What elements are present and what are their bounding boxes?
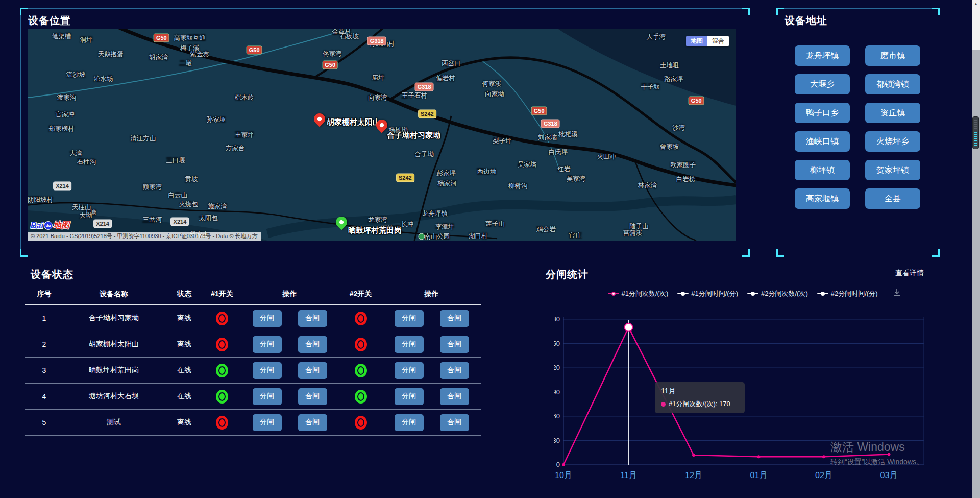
col-header-switch2: #2开关 <box>339 290 382 299</box>
map-place-label: 白云山 <box>168 191 188 199</box>
open-switch-button[interactable]: 分闸 <box>395 336 424 353</box>
hybrid-mode-button[interactable]: 混合 <box>707 36 729 46</box>
row-index: 4 <box>25 392 63 400</box>
table-row: 3晒鼓坪村荒田岗在线分闸合闸分闸合闸 <box>25 358 481 384</box>
close-switch-button[interactable]: 合闸 <box>440 310 469 327</box>
map-place-label: 湖口村 <box>469 231 488 240</box>
col-header-no: 序号 <box>25 290 63 299</box>
close-switch-button[interactable]: 合闸 <box>298 310 327 327</box>
baidu-map[interactable]: 笔架槽洞坪天鹅抱蛋胡家湾高家堰互通梅子溪紫金寨二墩流沙坡沁水场渡家沟官家冲郑家榜… <box>28 29 736 241</box>
open-switch-button[interactable]: 分闸 <box>253 310 282 327</box>
map-place-label: 火田冲 <box>597 152 616 161</box>
open-switch-button[interactable]: 分闸 <box>253 336 282 353</box>
legend-item[interactable]: #2分闸时间/(分) <box>817 289 878 298</box>
address-button[interactable]: 资丘镇 <box>865 103 920 123</box>
open-switch-button[interactable]: 分闸 <box>395 388 424 405</box>
close-switch-button[interactable]: 合闸 <box>440 336 469 353</box>
map-marker-label: 合子坳村习家坳 <box>387 131 440 140</box>
map-place-label: 流沙坡 <box>66 70 86 79</box>
map-place-label: 洞坪 <box>80 35 93 44</box>
legend-label: #1分闸时间/(分) <box>691 289 738 298</box>
address-button[interactable]: 全县 <box>865 188 920 209</box>
switch2-led <box>355 364 367 377</box>
address-button[interactable]: 磨市镇 <box>865 45 920 66</box>
open-switch-button[interactable]: 分闸 <box>253 388 282 405</box>
address-button[interactable]: 火烧坪乡 <box>865 131 920 152</box>
switch2-cell <box>339 338 382 351</box>
legend-marker-icon <box>608 293 619 294</box>
op2-cell: 分闸合闸 <box>382 362 481 379</box>
close-switch-button[interactable]: 合闸 <box>298 362 327 379</box>
switch1-led <box>216 312 228 325</box>
road-shield: X214 <box>53 181 71 190</box>
page-scrollbar[interactable] <box>972 0 980 498</box>
table-row: 4塘坊河村大石坝在线分闸合闸分闸合闸 <box>25 384 481 410</box>
map-mode-button[interactable]: 地图 <box>686 36 707 46</box>
corner-accent <box>20 8 28 15</box>
map-place-label: 贯坡 <box>185 175 198 183</box>
address-button[interactable]: 贺家坪镇 <box>865 160 920 180</box>
address-button[interactable]: 都镇湾镇 <box>865 74 920 94</box>
address-button[interactable]: 高家堰镇 <box>795 188 850 209</box>
switch2-cell <box>339 312 382 325</box>
address-button[interactable]: 榔坪镇 <box>795 160 850 180</box>
map-place-label: 太阳包 <box>199 214 218 223</box>
map-place-label: 路家坪 <box>664 75 683 84</box>
close-switch-button[interactable]: 合闸 <box>440 388 469 405</box>
map-place-label: 王子石村 <box>402 91 427 100</box>
legend-item[interactable]: #1分闸次数/(次) <box>608 289 669 298</box>
device-name: 晒鼓坪村荒田岗 <box>63 366 164 375</box>
table-header-row: 序号 设备名称 状态 #1开关 操作 #2开关 操作 <box>25 284 481 305</box>
map-place-label: 欧家圈子 <box>670 161 696 170</box>
close-switch-button[interactable]: 合闸 <box>440 414 469 431</box>
open-switch-button[interactable]: 分闸 <box>395 310 424 327</box>
address-button[interactable]: 渔峡口镇 <box>795 131 850 152</box>
table-row: 5测试离线分闸合闸分闸合闸 <box>25 410 481 436</box>
device-name: 胡家棚村太阳山 <box>63 340 164 349</box>
map-place-label: 偏岩村 <box>436 74 455 83</box>
close-switch-button[interactable]: 合闸 <box>298 388 327 405</box>
switch1-cell <box>204 312 240 325</box>
map-place-label: 官家冲 <box>56 110 75 119</box>
svg-text:30: 30 <box>554 437 560 444</box>
legend-item[interactable]: #2分闸次数/(次) <box>747 289 808 298</box>
map-place-label: 庙坪 <box>372 74 385 82</box>
open-switch-button[interactable]: 分闸 <box>395 362 424 379</box>
open-switch-button[interactable]: 分闸 <box>253 414 282 431</box>
device-name: 合子坳村习家坳 <box>63 314 164 323</box>
corner-accent <box>20 249 28 257</box>
windows-watermark-line2: 转到“设置”以激活 Windows。 <box>830 458 923 467</box>
row-index: 5 <box>25 418 63 426</box>
map-place-label: 清江方山 <box>130 134 156 143</box>
address-button[interactable]: 大堰乡 <box>795 74 850 94</box>
op1-cell: 分闸合闸 <box>240 310 339 327</box>
map-place-label: 吴家湾 <box>567 175 586 183</box>
address-button[interactable]: 龙舟坪镇 <box>795 45 850 66</box>
close-switch-button[interactable]: 合闸 <box>440 362 469 379</box>
map-place-label: 三口堰 <box>166 156 185 164</box>
map-place-label: 梨子坪 <box>493 136 512 145</box>
device-status: 在线 <box>164 366 204 375</box>
address-button[interactable]: 鸭子口乡 <box>795 103 850 123</box>
corner-accent <box>776 249 784 257</box>
open-switch-button[interactable]: 分闸 <box>395 414 424 431</box>
map-place-label: 人手湾 <box>646 32 666 41</box>
map-place-label: 何家溪 <box>482 79 501 88</box>
map-place-label: 白氏坪 <box>549 148 568 156</box>
map-place-label: 火烧包 <box>179 200 198 208</box>
close-switch-button[interactable]: 合闸 <box>298 336 327 353</box>
close-switch-button[interactable]: 合闸 <box>298 414 327 431</box>
map-type-toggle: 地图 混合 <box>686 36 729 46</box>
corner-accent <box>932 249 940 257</box>
road-shield: S242 <box>396 173 414 182</box>
map-place-label: 曾家坡 <box>660 143 679 151</box>
corner-accent <box>742 8 750 15</box>
scrollbar-thumb[interactable] <box>972 116 979 149</box>
open-switch-button[interactable]: 分闸 <box>253 362 282 379</box>
legend-item[interactable]: #1分闸时间/(分) <box>677 289 738 298</box>
scrollbar-up-arrow[interactable] <box>972 0 980 50</box>
road-shield: X214 <box>171 217 189 226</box>
view-detail-link[interactable]: 查看详情 <box>895 269 924 278</box>
svg-text:60: 60 <box>554 412 560 420</box>
switch1-cell <box>204 416 240 430</box>
